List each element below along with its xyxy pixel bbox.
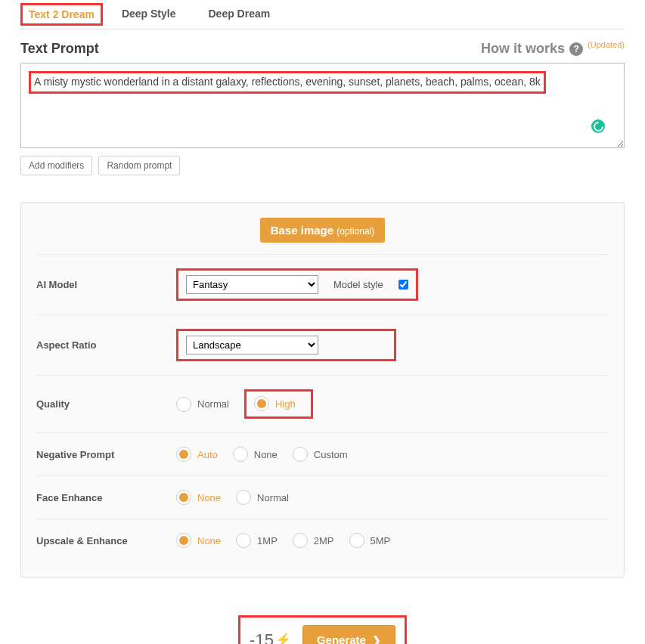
quality-high-label: High [275, 398, 296, 410]
model-style-checkbox[interactable] [398, 280, 408, 289]
add-modifiers-button[interactable]: Add modifiers [20, 156, 92, 175]
negative-custom[interactable]: Custom [293, 447, 348, 462]
face-normal[interactable]: Normal [236, 490, 289, 505]
radio-icon [176, 533, 191, 548]
upscale-label: Upscale & Enhance [36, 535, 176, 546]
negative-none-label: None [254, 449, 278, 460]
row-face-enhance: Face Enhance None Normal [36, 476, 609, 519]
updated-badge: (Updated) [588, 40, 625, 49]
row-ai-model: AI Model Fantasy Model style [36, 255, 609, 314]
grammarly-icon[interactable] [591, 119, 605, 133]
base-image-button[interactable]: Base image (optional) [260, 218, 386, 243]
radio-icon [293, 533, 308, 548]
aspect-highlight: Landscape [176, 329, 396, 361]
generate-button[interactable]: Generate ❯ [302, 625, 395, 644]
question-icon: ? [569, 42, 583, 56]
quality-label: Quality [36, 398, 176, 410]
tab-text2dream[interactable]: Text 2 Dream [20, 3, 103, 26]
upscale-1mp-label: 1MP [257, 535, 278, 546]
quality-high[interactable]: High [254, 396, 296, 411]
base-image-optional: (optional) [336, 226, 374, 237]
upscale-2mp[interactable]: 2MP [293, 533, 334, 548]
face-normal-label: Normal [257, 492, 289, 503]
how-it-works-link[interactable]: How it works ? (Updated) [481, 41, 625, 57]
generate-highlight: -15 ⚡ Generate ❯ [238, 615, 407, 644]
prompt-textarea[interactable]: A misty mystic wonderland in a distant g… [20, 63, 625, 148]
face-none[interactable]: None [176, 490, 221, 505]
random-prompt-button[interactable]: Random prompt [98, 156, 180, 175]
row-upscale: Upscale & Enhance None 1MP 2MP 5MP [36, 519, 609, 562]
model-style-label: Model style [333, 279, 383, 290]
radio-icon [349, 533, 364, 548]
upscale-5mp[interactable]: 5MP [349, 533, 391, 548]
upscale-1mp[interactable]: 1MP [236, 533, 278, 548]
energy-cost: -15 ⚡ [250, 630, 291, 645]
bolt-icon: ⚡ [275, 632, 291, 644]
negative-auto-label: Auto [197, 449, 218, 460]
ai-model-highlight: Fantasy Model style [176, 268, 418, 301]
ai-model-label: AI Model [36, 279, 176, 290]
upscale-2mp-label: 2MP [314, 535, 334, 546]
row-quality: Quality Normal High [36, 376, 609, 432]
upscale-5mp-label: 5MP [371, 535, 391, 546]
upscale-none-label: None [197, 535, 221, 546]
radio-icon [233, 447, 248, 462]
tab-deepdream[interactable]: Deep Dream [209, 0, 284, 29]
negative-label: Negative Prompt [36, 449, 176, 460]
ai-model-select[interactable]: Fantasy [186, 275, 318, 294]
prompt-text: A misty mystic wonderland in a distant g… [29, 71, 546, 94]
radio-icon [236, 490, 251, 505]
face-label: Face Enhance [36, 492, 176, 503]
radio-icon [176, 397, 191, 412]
how-it-works-label: How it works [481, 41, 565, 57]
radio-icon [254, 396, 269, 411]
quality-normal-label: Normal [197, 398, 229, 410]
radio-icon [236, 533, 251, 548]
prompt-title: Text Prompt [20, 41, 99, 57]
settings-panel: Base image (optional) AI Model Fantasy M… [20, 202, 625, 577]
radio-icon [293, 447, 308, 462]
negative-custom-label: Custom [314, 449, 348, 460]
aspect-select[interactable]: Landscape [186, 336, 318, 355]
negative-auto[interactable]: Auto [176, 447, 218, 462]
base-image-label: Base image [271, 224, 333, 237]
radio-icon [176, 490, 191, 505]
tab-deepstyle[interactable]: Deep Style [122, 0, 190, 29]
row-aspect-ratio: Aspect Ratio Landscape [36, 315, 609, 375]
row-negative-prompt: Negative Prompt Auto None Custom [36, 433, 609, 475]
mode-tabs: Text 2 Dream Deep Style Deep Dream [20, 0, 625, 29]
prompt-wrap: A misty mystic wonderland in a distant g… [20, 63, 625, 148]
upscale-none[interactable]: None [176, 533, 221, 548]
negative-none[interactable]: None [233, 447, 278, 462]
cost-value: -15 [250, 630, 274, 645]
prompt-actions: Add modifiers Random prompt [20, 156, 625, 175]
quality-normal[interactable]: Normal [176, 397, 229, 412]
radio-icon [176, 447, 191, 462]
generate-bar: -15 ⚡ Generate ❯ [20, 615, 625, 644]
face-none-label: None [197, 492, 221, 503]
chevron-right-icon: ❯ [372, 634, 381, 645]
aspect-label: Aspect Ratio [36, 339, 176, 351]
prompt-header: Text Prompt How it works ? (Updated) [20, 41, 625, 57]
generate-label: Generate [317, 633, 366, 644]
